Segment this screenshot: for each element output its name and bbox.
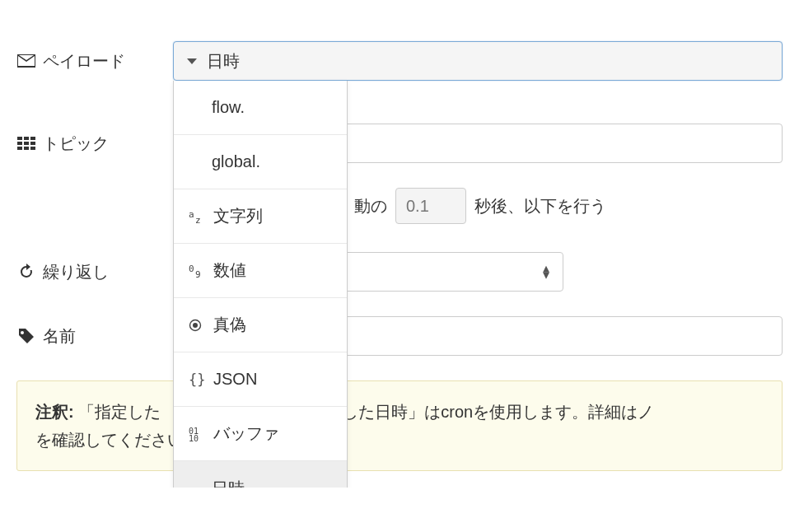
delay-post-text: 秒後、以下を行う bbox=[474, 195, 606, 217]
caret-down-icon bbox=[187, 58, 197, 64]
payload-row: ペイロード 日時 flow. global. az 文字列 09 数値 bbox=[16, 41, 783, 81]
svg-text:0: 0 bbox=[189, 264, 194, 274]
dropdown-option-label: 真偽 bbox=[213, 314, 246, 336]
dropdown-option-json[interactable]: {} JSON bbox=[174, 352, 347, 407]
note-label: 注釈: bbox=[35, 403, 74, 421]
dropdown-option-number[interactable]: 09 数値 bbox=[174, 244, 347, 298]
dropdown-option-global[interactable]: global. bbox=[174, 135, 347, 189]
repeat-row: 繰り返し ▴▾ bbox=[16, 252, 783, 292]
repeat-label: 繰り返し bbox=[16, 261, 173, 283]
svg-point-5 bbox=[193, 323, 198, 328]
repeat-label-text: 繰り返し bbox=[43, 261, 109, 283]
svg-rect-8 bbox=[17, 137, 35, 140]
envelope-icon bbox=[16, 54, 36, 68]
note-box: 注釈: 「指定した 時」と「指定した日時」はcronを使用します。詳細はノ を確… bbox=[16, 380, 783, 471]
svg-text:a: a bbox=[189, 209, 194, 220]
number-type-icon: 09 bbox=[189, 264, 212, 278]
dropdown-option-buffer[interactable]: 0110 バッファ bbox=[174, 407, 347, 461]
dropdown-option-timestamp[interactable]: 日時 bbox=[174, 461, 347, 488]
dropdown-option-label: 文字列 bbox=[213, 205, 263, 227]
svg-rect-12 bbox=[29, 137, 30, 150]
dropdown-option-label: flow. bbox=[212, 98, 245, 117]
payload-selected-text: 日時 bbox=[207, 50, 240, 72]
svg-text:10: 10 bbox=[189, 434, 199, 441]
boolean-type-icon bbox=[189, 319, 212, 332]
dropdown-option-boolean[interactable]: 真偽 bbox=[174, 298, 347, 352]
dropdown-option-label: global. bbox=[212, 152, 260, 171]
payload-label: ペイロード bbox=[16, 50, 173, 72]
select-arrows-icon: ▴▾ bbox=[543, 265, 549, 278]
svg-text:9: 9 bbox=[195, 269, 201, 278]
topic-row: トピック bbox=[16, 124, 783, 163]
dropdown-option-label: バッファ bbox=[213, 422, 279, 445]
payload-type-dropdown: flow. global. az 文字列 09 数値 真偽 {} JSON bbox=[173, 81, 348, 488]
buffer-type-icon: 0110 bbox=[189, 427, 212, 441]
json-type-icon: {} bbox=[189, 371, 212, 388]
delay-pre-text: 動の bbox=[354, 195, 387, 217]
name-label: 名前 bbox=[16, 325, 173, 348]
dropdown-option-string[interactable]: az 文字列 bbox=[174, 189, 347, 244]
dropdown-option-label: JSON bbox=[213, 370, 257, 389]
name-row: 名前 bbox=[16, 316, 783, 356]
delay-seconds-input[interactable] bbox=[395, 188, 466, 224]
name-label-text: 名前 bbox=[43, 325, 76, 348]
note-text: 「指定した 時」と「指定した日時」はcronを使用します。詳細はノ を確認してく… bbox=[35, 403, 753, 449]
dropdown-option-label: 日時 bbox=[212, 478, 245, 488]
tag-icon bbox=[16, 328, 36, 344]
svg-text:z: z bbox=[195, 215, 201, 224]
refresh-icon bbox=[16, 264, 36, 280]
string-type-icon: az bbox=[189, 209, 212, 224]
topic-label: トピック bbox=[16, 133, 173, 155]
dropdown-option-flow[interactable]: flow. bbox=[174, 81, 347, 135]
payload-type-select[interactable]: 日時 bbox=[173, 41, 783, 81]
topic-label-text: トピック bbox=[43, 133, 109, 155]
dropdown-option-label: 数値 bbox=[213, 259, 246, 282]
delay-row: 動の 秒後、以下を行う bbox=[16, 188, 783, 224]
svg-rect-11 bbox=[22, 137, 24, 150]
svg-rect-10 bbox=[17, 147, 35, 150]
list-icon bbox=[16, 137, 36, 150]
payload-label-text: ペイロード bbox=[43, 50, 125, 72]
svg-rect-9 bbox=[17, 142, 35, 145]
